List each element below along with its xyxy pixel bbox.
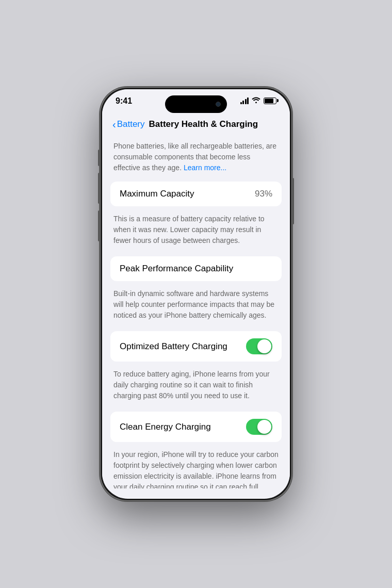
page-title: Battery Health & Charging (149, 119, 258, 129)
clean-energy-card: Clean Energy Charging (110, 412, 282, 442)
max-capacity-card: Maximum Capacity 93% (110, 182, 282, 206)
optimized-charging-description: To reduce battery aging, iPhone learns f… (102, 365, 290, 407)
back-button[interactable]: ‹ Battery (112, 119, 145, 129)
volume-up-button (98, 173, 100, 204)
phone-frame: 9:41 (101, 88, 291, 500)
peak-performance-description: Built-in dynamic software and hardware s… (102, 284, 290, 327)
back-label: Battery (117, 119, 145, 129)
status-bar: 9:41 (102, 89, 290, 117)
optimized-charging-title: Optimized Battery Charging (120, 341, 227, 352)
power-button (292, 178, 294, 224)
clean-energy-description: In your region, iPhone will try to reduc… (102, 445, 290, 488)
scroll-content[interactable]: Phone batteries, like all rechargeable b… (102, 136, 290, 488)
wifi-icon (252, 96, 260, 105)
dynamic-island (165, 95, 227, 113)
battery-fill (265, 99, 273, 103)
phone-wrapper: 9:41 (101, 88, 291, 500)
clean-energy-row: Clean Energy Charging (120, 419, 272, 435)
optimized-charging-toggle[interactable] (246, 338, 272, 354)
phone-screen: 9:41 (102, 89, 290, 499)
max-capacity-row: Maximum Capacity 93% (120, 189, 272, 199)
toggle-knob (257, 339, 271, 353)
clean-energy-title: Clean Energy Charging (120, 422, 211, 432)
back-chevron-icon: ‹ (112, 119, 116, 129)
signal-icon (240, 97, 249, 104)
peak-performance-card: Peak Performance Capability (110, 256, 282, 281)
optimized-charging-row: Optimized Battery Charging (120, 338, 272, 354)
volume-down-button (98, 210, 100, 241)
mute-button (98, 150, 100, 166)
intro-learn-more-link[interactable]: Learn more... (184, 164, 226, 172)
navigation-bar: ‹ Battery Battery Health & Charging (102, 117, 290, 136)
peak-performance-title: Peak Performance Capability (120, 264, 233, 273)
max-capacity-title: Maximum Capacity (120, 189, 194, 199)
camera-indicator (216, 102, 221, 107)
max-capacity-value: 93% (255, 189, 272, 199)
max-capacity-description: This is a measure of battery capacity re… (102, 209, 290, 252)
intro-description: Phone batteries, like all rechargeable b… (102, 136, 290, 182)
clean-energy-toggle[interactable] (246, 419, 272, 435)
status-icons (240, 96, 277, 105)
battery-icon (264, 97, 276, 104)
clean-energy-toggle-knob (257, 420, 271, 434)
optimized-charging-card: Optimized Battery Charging (110, 331, 282, 362)
